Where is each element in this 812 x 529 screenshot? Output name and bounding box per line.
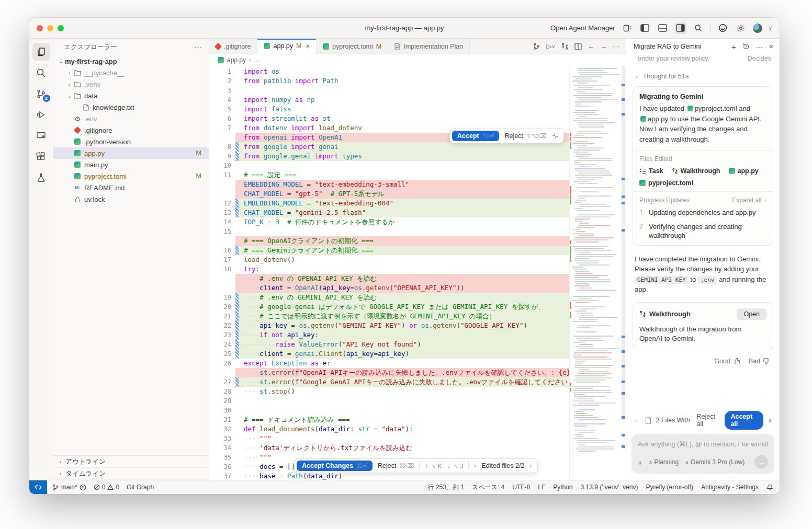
- attach-icon[interactable]: +: [638, 458, 642, 467]
- navigate-back-icon[interactable]: ←: [588, 42, 594, 50]
- open-walkthrough-button[interactable]: Open: [737, 308, 766, 320]
- code-line[interactable]: 18try:: [209, 264, 569, 274]
- mode-selector[interactable]: ∧ Planning: [649, 458, 679, 466]
- code-line[interactable]: 33····""": [209, 434, 569, 443]
- edited-file-chip-pyproject.toml[interactable]: pyproject.toml: [639, 179, 693, 187]
- next-file-icon[interactable]: ›: [529, 462, 532, 469]
- activity-remote-explorer-icon[interactable]: [32, 126, 50, 144]
- tree-item-data[interactable]: ⌄data: [53, 90, 209, 101]
- status-item[interactable]: Pyrefly (error-off): [646, 484, 693, 491]
- agent-manager-icon[interactable]: [622, 22, 633, 34]
- code-line[interactable]: 11# === 設定 ===: [209, 170, 569, 180]
- antigravity-logo-icon[interactable]: [717, 22, 729, 34]
- breadcrumb[interactable]: app.py › ...: [209, 54, 626, 66]
- prev-file-icon[interactable]: ‹: [474, 462, 476, 469]
- tree-chevron-icon[interactable]: ⌄: [66, 93, 73, 99]
- code-line[interactable]: 1import os: [209, 67, 569, 76]
- tab-.gitignore[interactable]: .gitignore: [209, 39, 257, 54]
- status-item[interactable]: LF: [538, 484, 545, 491]
- feedback-good-button[interactable]: Good: [714, 358, 740, 365]
- toggle-panel-icon[interactable]: [657, 22, 669, 34]
- close-tab-icon[interactable]: ×: [306, 42, 310, 50]
- tree-item-knowledge.txt[interactable]: knowledge.txt: [53, 101, 209, 113]
- breadcrumb-symbol[interactable]: ...: [254, 56, 260, 64]
- code-line[interactable]: 16# === Geminiクライアントの初期化 ===: [209, 246, 569, 255]
- code-line[interactable]: 27····st.error(f"Google GenAI APIキーの読み込み…: [209, 377, 569, 387]
- code-line[interactable]: CHAT_MODEL = "gpt-5" # GPT-5系モデル: [209, 189, 569, 199]
- close-panel-icon[interactable]: ×: [769, 42, 773, 51]
- activity-run-debug-icon[interactable]: [32, 106, 50, 123]
- accept-hunk-button[interactable]: Accept⌥⏎: [452, 131, 500, 141]
- code-line[interactable]: 6import streamlit as st: [209, 114, 569, 123]
- run-python-file-button[interactable]: ▷ ∨: [546, 42, 555, 50]
- expand-all-button[interactable]: Expand all‹: [732, 197, 766, 204]
- progress-item[interactable]: 2Verifying changes and creating walkthro…: [639, 222, 766, 240]
- reject-all-button[interactable]: Reject all: [697, 413, 720, 428]
- close-window-button[interactable]: [37, 25, 43, 31]
- tree-item-.venv[interactable]: ›.venv: [53, 78, 209, 90]
- accept-changes-button[interactable]: Accept Changes⌘⏎: [297, 461, 373, 471]
- reject-changes-button[interactable]: Reject⌘⌫: [378, 462, 414, 469]
- code-line[interactable]: 3: [209, 86, 569, 95]
- code-line[interactable]: 30: [209, 406, 569, 415]
- panel-more-actions-icon[interactable]: ···: [756, 43, 763, 51]
- tree-item-pyproject.toml[interactable]: pyproject.tomlM: [53, 170, 209, 182]
- code-line[interactable]: # === OpenAIクライアントの初期化 ===: [209, 236, 569, 246]
- editor-scrollbar[interactable]: [621, 66, 626, 480]
- toggle-secondary-sidebar-icon[interactable]: [675, 22, 686, 34]
- code-line[interactable]: 29: [209, 396, 569, 406]
- file-reference-pyproject.toml[interactable]: pyproject.toml: [686, 105, 737, 112]
- code-line[interactable]: 12EMBEDDING_MODEL = "text-embedding-004": [209, 199, 569, 208]
- tree-item-my-first-rag-app[interactable]: ⌄my-first-rag-app: [53, 55, 209, 67]
- accept-all-button[interactable]: Accept all: [725, 411, 763, 430]
- collapse-widget-icon[interactable]: [552, 133, 558, 139]
- tree-item-main.py[interactable]: main.py: [53, 159, 209, 170]
- open-changes-icon[interactable]: [533, 42, 540, 50]
- prev-change-button[interactable]: ↑ ⌥K: [425, 462, 442, 470]
- code-line[interactable]: 19····# .env の GEMINI_API_KEY を読む: [209, 293, 569, 302]
- code-line[interactable]: 34····'data'ディレクトリから.txtファイルを読み込む: [209, 443, 569, 453]
- code-line[interactable]: 2from pathlib import Path: [209, 76, 569, 86]
- git-graph-status[interactable]: Git Graph: [127, 484, 154, 491]
- compare-changes-icon[interactable]: [561, 42, 569, 50]
- code-line[interactable]: 17load_dotenv(): [209, 255, 569, 264]
- status-item[interactable]: スペース: 4: [472, 483, 504, 492]
- model-selector[interactable]: ∧ Gemini 3 Pro (Low): [685, 458, 745, 466]
- breadcrumb-file[interactable]: app.py: [227, 56, 246, 64]
- activity-search-icon[interactable]: [32, 64, 50, 82]
- tree-item-uv.lock[interactable]: uv.lock: [53, 193, 209, 205]
- minimize-window-button[interactable]: [47, 25, 53, 31]
- problems-status[interactable]: 0 0: [94, 484, 119, 491]
- collapse-review-icon[interactable]: ∧: [768, 417, 772, 424]
- code-editor[interactable]: 1import os2from pathlib import Path34imp…: [209, 66, 626, 480]
- edited-file-chip-Task[interactable]: Task: [639, 167, 663, 175]
- edited-file-chip-app.py[interactable]: app.py: [729, 167, 759, 175]
- code-line[interactable]: ····# .env の OPENAI_API_KEY を読む: [209, 274, 569, 283]
- remote-indicator[interactable]: [29, 480, 47, 494]
- code-line[interactable]: 25····client = genai.Client(api_key=api_…: [209, 349, 569, 359]
- agent-input-box[interactable]: Ask anything (⌘L), @ to mention, / for w…: [631, 434, 774, 474]
- edited-file-chip-Walkthrough[interactable]: Walkthrough: [672, 167, 720, 175]
- minimap[interactable]: [569, 66, 621, 480]
- code-line[interactable]: 9from google.genai import types: [209, 152, 569, 161]
- git-branch-status[interactable]: main*: [52, 484, 86, 491]
- traffic-lights[interactable]: [29, 25, 64, 31]
- status-item[interactable]: Python: [553, 484, 572, 491]
- open-agent-manager-button[interactable]: Open Agent Manager: [550, 24, 615, 32]
- tree-chevron-icon[interactable]: ›: [66, 70, 73, 76]
- review-back-icon[interactable]: ←: [634, 417, 640, 424]
- code-line[interactable]: EMBEDDING_MODEL = "text-embedding-3-smal…: [209, 180, 569, 189]
- feedback-bad-button[interactable]: Bad: [749, 358, 770, 365]
- code-line[interactable]: 21····# ここでは明示的に渡す例を示す（環境変数名が GEMINI_API…: [209, 312, 569, 321]
- more-actions-icon[interactable]: ···: [613, 42, 619, 50]
- status-item[interactable]: 行 253、列 1: [428, 483, 464, 492]
- code-line[interactable]: 28····st.stop(): [209, 387, 569, 396]
- code-line[interactable]: 13CHAT_MODEL = "gemini-2.5-flash": [209, 208, 569, 217]
- activity-explorer-icon[interactable]: [32, 43, 50, 61]
- activity-source-control-icon[interactable]: 2: [32, 85, 50, 102]
- code-line[interactable]: 5import faiss: [209, 105, 569, 114]
- tree-item-.env[interactable]: ⚙.env: [53, 113, 209, 124]
- tree-item-.gitignore[interactable]: .gitignore: [53, 124, 209, 136]
- tree-item-.python-version[interactable]: .python-version: [53, 136, 209, 147]
- agent-input-placeholder[interactable]: Ask anything (⌘L), @ to mention, / for w…: [638, 440, 768, 448]
